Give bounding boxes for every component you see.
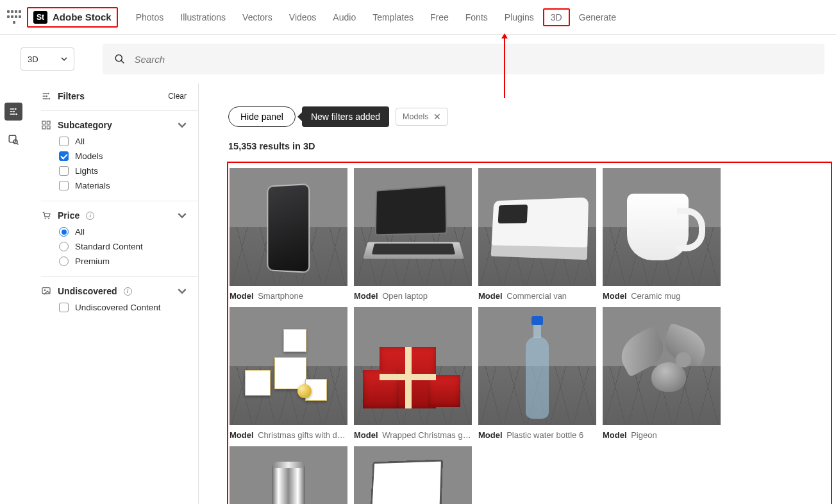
svg-line-7 bbox=[17, 143, 18, 144]
filters-rail-button[interactable] bbox=[4, 103, 22, 121]
svg-point-2 bbox=[15, 108, 17, 110]
svg-rect-14 bbox=[47, 126, 50, 129]
svg-point-18 bbox=[44, 289, 46, 291]
nav-fonts[interactable]: Fonts bbox=[458, 8, 496, 26]
chevron-down-icon bbox=[178, 121, 187, 130]
svg-line-1 bbox=[121, 60, 124, 63]
brand-name: Adobe Stock bbox=[53, 12, 112, 22]
checkbox-icon bbox=[59, 137, 69, 146]
undiscovered-title: Undiscovered bbox=[58, 286, 117, 296]
filter-head-price[interactable]: Price i bbox=[41, 210, 187, 221]
filter-chip-models[interactable]: Models ✕ bbox=[396, 108, 448, 126]
apps-switcher-icon[interactable] bbox=[6, 10, 22, 25]
result-thumbnail[interactable] bbox=[478, 168, 596, 286]
image-search-icon bbox=[8, 134, 19, 146]
result-thumbnail[interactable] bbox=[354, 446, 472, 504]
left-rail bbox=[0, 83, 27, 504]
top-nav: St Adobe Stock PhotosIllustrationsVector… bbox=[0, 0, 836, 35]
result-caption: Model Ceramic mug bbox=[603, 286, 721, 301]
count-label: results in bbox=[259, 141, 300, 151]
clear-filters[interactable]: Clear bbox=[168, 92, 187, 101]
info-icon[interactable]: i bbox=[124, 287, 132, 296]
option-label: All bbox=[75, 227, 85, 237]
svg-point-3 bbox=[13, 111, 15, 113]
result-card: Model Open laptop bbox=[354, 446, 472, 504]
close-icon[interactable]: ✕ bbox=[433, 112, 441, 121]
image-icon bbox=[41, 286, 51, 296]
visual-search-rail-button[interactable] bbox=[4, 131, 22, 149]
category-select[interactable]: 3D bbox=[21, 47, 74, 71]
filter-option[interactable]: Materials bbox=[59, 181, 187, 190]
search-bar bbox=[103, 44, 824, 74]
result-thumbnail[interactable] bbox=[230, 168, 347, 286]
main-content: Hide panel New filters added Models ✕ 15… bbox=[199, 83, 836, 504]
option-label: Undiscovered Content bbox=[75, 303, 161, 312]
nav-templates[interactable]: Templates bbox=[365, 8, 421, 26]
search-input[interactable] bbox=[134, 54, 813, 65]
filter-option[interactable]: Standard Content bbox=[59, 242, 187, 251]
svg-point-4 bbox=[15, 113, 17, 115]
radio-icon bbox=[59, 242, 69, 251]
option-label: Models bbox=[75, 151, 103, 161]
result-thumbnail[interactable] bbox=[603, 168, 721, 286]
nav-videos[interactable]: Videos bbox=[281, 8, 324, 26]
radio-icon bbox=[59, 227, 69, 237]
result-caption: Model Smartphone bbox=[230, 286, 347, 301]
filter-option[interactable]: Undiscovered Content bbox=[59, 303, 187, 312]
svg-point-9 bbox=[46, 96, 47, 97]
svg-point-8 bbox=[47, 93, 49, 95]
nav-vectors[interactable]: Vectors bbox=[235, 8, 280, 26]
category-value: 3D bbox=[28, 55, 38, 64]
nav-photos[interactable]: Photos bbox=[128, 8, 172, 26]
svg-point-16 bbox=[48, 218, 49, 219]
result-caption: Model Pigeon bbox=[603, 425, 721, 440]
search-icon bbox=[114, 53, 125, 65]
nav-audio[interactable]: Audio bbox=[325, 8, 364, 26]
info-icon[interactable]: i bbox=[86, 212, 94, 220]
result-caption: Model Wrapped Christmas gifts 1 bbox=[354, 425, 472, 440]
filter-section-price: Price i AllStandard ContentPremium bbox=[41, 201, 198, 276]
cart-icon bbox=[41, 210, 51, 221]
option-label: Materials bbox=[75, 181, 110, 190]
results-count: 15,353 results in 3D bbox=[199, 127, 836, 162]
result-thumbnail[interactable] bbox=[354, 168, 472, 286]
result-thumbnail[interactable] bbox=[354, 307, 472, 425]
sliders-icon bbox=[41, 91, 51, 101]
count-number: 15,353 bbox=[228, 141, 256, 151]
filter-option[interactable]: All bbox=[59, 137, 187, 146]
svg-rect-11 bbox=[42, 121, 46, 124]
result-thumbnail[interactable] bbox=[603, 307, 721, 425]
svg-rect-13 bbox=[42, 126, 46, 129]
checkbox-icon bbox=[59, 166, 69, 176]
svg-point-10 bbox=[48, 98, 50, 100]
nav-plugins[interactable]: Plugins bbox=[497, 8, 542, 26]
nav-generate[interactable]: Generate bbox=[571, 8, 624, 26]
filter-option[interactable]: All bbox=[59, 227, 187, 237]
result-card: Model Plastic water bottle 6 bbox=[478, 307, 596, 440]
count-scope: 3D bbox=[303, 141, 315, 151]
result-caption: Model Commercial van bbox=[478, 286, 596, 301]
result-caption: Model Plastic water bottle 6 bbox=[478, 425, 596, 440]
filter-section-subcategory: Subcategory AllModelsLightsMaterials bbox=[41, 110, 198, 201]
chevron-down-icon bbox=[178, 287, 187, 296]
subcategory-title: Subcategory bbox=[58, 120, 112, 130]
filter-head-subcategory[interactable]: Subcategory bbox=[41, 120, 187, 130]
brand-badge: St bbox=[33, 11, 47, 24]
brand-logo[interactable]: St Adobe Stock bbox=[27, 7, 118, 28]
result-thumbnail[interactable] bbox=[478, 307, 596, 425]
result-card: Model Wrapped Christmas gifts 1 bbox=[354, 307, 472, 440]
nav-3d[interactable]: 3D bbox=[543, 8, 570, 26]
filter-head-undiscovered[interactable]: Undiscovered i bbox=[41, 286, 187, 296]
filter-option[interactable]: Models bbox=[59, 151, 187, 161]
radio-icon bbox=[59, 256, 69, 266]
result-thumbnail[interactable] bbox=[230, 446, 347, 504]
nav-free[interactable]: Free bbox=[422, 8, 456, 26]
result-thumbnail[interactable] bbox=[230, 307, 347, 425]
filter-option[interactable]: Premium bbox=[59, 256, 187, 266]
nav-links: PhotosIllustrationsVectorsVideosAudioTem… bbox=[128, 8, 624, 26]
nav-illustrations[interactable]: Illustrations bbox=[172, 8, 233, 26]
filter-option[interactable]: Lights bbox=[59, 166, 187, 176]
hide-panel-button[interactable]: Hide panel bbox=[228, 106, 296, 127]
result-card: Model Christmas gifts with decora... bbox=[230, 307, 347, 440]
price-title: Price bbox=[58, 210, 79, 221]
